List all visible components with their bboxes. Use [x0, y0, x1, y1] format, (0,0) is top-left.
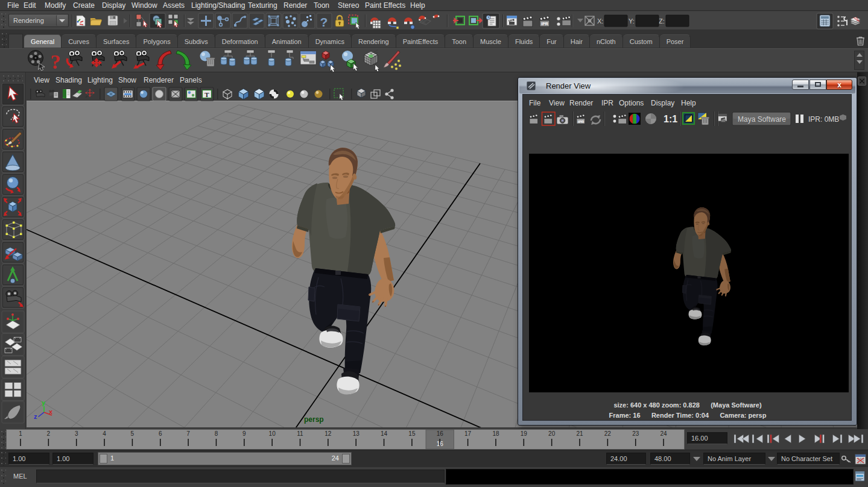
svg-text:22: 22	[604, 430, 612, 437]
svg-text:4: 4	[103, 430, 106, 437]
svg-text:24: 24	[660, 430, 667, 437]
svg-text:?: ?	[51, 51, 61, 72]
svg-text:?: ?	[320, 15, 328, 29]
svg-text:Z:: Z:	[659, 17, 665, 25]
svg-text:20: 20	[548, 430, 556, 437]
svg-text:T: T	[204, 91, 209, 98]
svg-text:10: 10	[269, 430, 276, 437]
svg-text:17: 17	[464, 430, 472, 437]
svg-text:x: x	[49, 408, 53, 415]
svg-text:persp: persp	[304, 415, 324, 424]
svg-text:Maya Software: Maya Software	[738, 115, 786, 124]
svg-text:1:1: 1:1	[664, 114, 677, 124]
svg-text:16: 16	[437, 430, 444, 437]
svg-text:IPR: 0MB: IPR: 0MB	[808, 115, 839, 124]
svg-text:12: 12	[325, 430, 332, 437]
svg-text:1: 1	[19, 430, 22, 437]
svg-text:14: 14	[381, 430, 388, 437]
svg-text:6: 6	[159, 430, 162, 437]
svg-text:21: 21	[576, 430, 583, 437]
svg-text:23: 23	[632, 430, 639, 437]
svg-text:IPR: IPR	[541, 22, 548, 26]
svg-text:X:: X:	[597, 17, 603, 25]
svg-text:15: 15	[408, 430, 416, 437]
svg-text:9: 9	[242, 430, 246, 437]
svg-text:5: 5	[131, 430, 135, 437]
svg-text:z: z	[34, 413, 37, 420]
svg-text:7: 7	[186, 430, 190, 437]
svg-text:y: y	[42, 399, 46, 406]
svg-text:8: 8	[215, 430, 218, 437]
svg-text:2: 2	[47, 430, 51, 437]
svg-text:19: 19	[521, 430, 528, 437]
svg-text:16: 16	[437, 441, 444, 447]
svg-text:IPR: IPR	[578, 120, 584, 124]
svg-text:Y:: Y:	[629, 17, 635, 25]
svg-text:3: 3	[75, 430, 78, 437]
svg-text:13: 13	[353, 430, 360, 437]
svg-text:18: 18	[492, 430, 499, 437]
svg-text:11: 11	[297, 430, 303, 437]
